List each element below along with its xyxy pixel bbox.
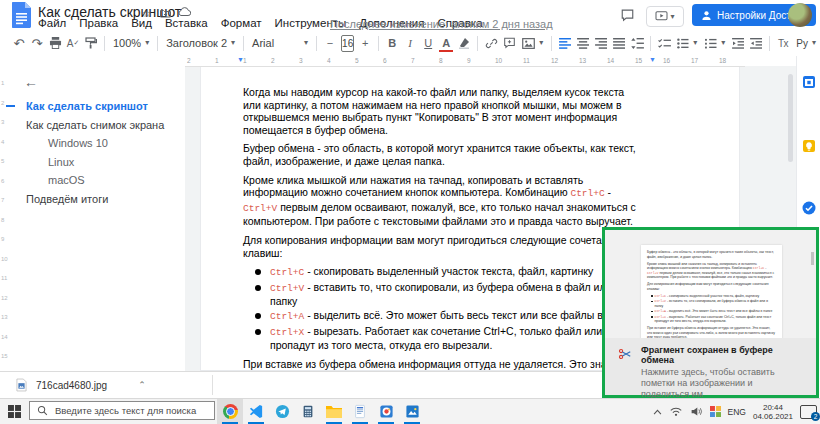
taskbar-app-calculator[interactable] xyxy=(295,399,321,424)
outline-item[interactable]: Windows 10 xyxy=(48,137,181,149)
action-center-icon[interactable]: 2 xyxy=(800,405,817,419)
doc-bullet-list: Ctrl+C - скопировать выделенный участок … xyxy=(243,265,641,352)
bullet-dot xyxy=(651,301,653,303)
network-icon[interactable] xyxy=(669,406,683,417)
taskbar-app-photos[interactable] xyxy=(399,399,425,424)
comments-icon[interactable] xyxy=(620,8,635,22)
doc-paragraph: Когда мы наводим курсор на какой-то файл… xyxy=(243,86,641,136)
spellcheck-button[interactable]: A✓ xyxy=(64,33,82,53)
google-calendar-icon[interactable] xyxy=(801,74,817,90)
line-spacing-button[interactable] xyxy=(628,33,646,53)
show-hidden-icons[interactable] xyxy=(653,409,662,415)
vertical-scrollbar-thumb[interactable] xyxy=(788,74,793,162)
ruler-number: 12 xyxy=(1,295,11,301)
document-text: Когда мы наводим курсор на какой-то файл… xyxy=(243,86,641,371)
doc-paragraph: Буфер обмена - это область, в которой мо… xyxy=(647,250,776,259)
last-edit-link[interactable]: Последнее изменение: аноним 2 дня назад xyxy=(330,18,553,30)
redo-button[interactable]: ↷ xyxy=(28,33,46,53)
insert-link-button[interactable] xyxy=(482,33,500,53)
menu-item-file[interactable]: Файл xyxy=(38,17,66,29)
ruler-number: 5 xyxy=(1,158,11,164)
download-options-icon[interactable]: ⌃ xyxy=(138,380,146,390)
clock-time: 20:44 xyxy=(753,403,793,412)
volume-icon[interactable] xyxy=(690,406,703,417)
zoom-select[interactable]: 100%▾ xyxy=(109,33,153,53)
highlight-color-button[interactable] xyxy=(455,33,473,53)
ruler-number: 12 xyxy=(551,57,558,64)
checklist-button[interactable] xyxy=(655,33,673,53)
align-center-button[interactable] xyxy=(574,33,592,53)
person-icon xyxy=(701,10,712,21)
insert-image-button[interactable]: ▾ xyxy=(518,33,547,53)
account-avatar[interactable] xyxy=(788,3,812,27)
paint-format-button[interactable] xyxy=(82,33,100,53)
doc-bullet-item: Ctrl+X - вырезать. Работает как сочетани… xyxy=(243,325,641,352)
menu-item-insert[interactable]: Вставка xyxy=(165,17,208,29)
font-size-increase-button[interactable]: + xyxy=(356,33,374,53)
font-size-decrease-button[interactable]: − xyxy=(321,33,339,53)
google-docs-logo[interactable] xyxy=(12,2,32,28)
outline-item[interactable]: Как сделать скриншот xyxy=(26,100,181,112)
right-indent-marker[interactable]: ▼ xyxy=(649,56,656,64)
menu-item-edit[interactable]: Правка xyxy=(79,17,118,29)
outline-item[interactable]: macOS xyxy=(48,174,181,186)
ruler-number: 17 xyxy=(691,57,698,64)
bulleted-list-button[interactable]: ▾ xyxy=(673,33,701,53)
download-item[interactable]: 716cad4680.jpg ⌃ xyxy=(10,372,152,398)
download-bar-divider xyxy=(212,375,213,395)
menu-item-view[interactable]: Вид xyxy=(131,17,152,29)
google-keep-icon[interactable] xyxy=(801,138,817,154)
text-color-button[interactable]: A xyxy=(437,33,455,53)
doc-paragraph: Кроме клика мышкой или нажатия на тачпад… xyxy=(243,174,641,228)
underline-button[interactable]: U xyxy=(419,33,437,53)
taskbar-clock[interactable]: 20:44 04.06.2021 xyxy=(753,403,793,421)
ruler-number: 10 xyxy=(495,57,502,64)
doc-paragraph: Кроме клика мышкой или нажатия на тачпад… xyxy=(647,262,776,280)
ruler-number: 6 xyxy=(1,178,11,184)
doc-bullet-item: Ctrl+V - вставить то, что скопировали, и… xyxy=(243,281,641,308)
google-tasks-icon[interactable] xyxy=(801,200,817,216)
cloud-status-icon[interactable] xyxy=(178,7,191,16)
taskbar-app-media[interactable] xyxy=(373,399,399,424)
undo-button[interactable]: ↶ xyxy=(10,33,28,53)
taskbar-search-input[interactable]: Введите здесь текст для поиска xyxy=(29,401,215,420)
font-size-input[interactable]: 16 xyxy=(341,35,354,52)
increase-indent-button[interactable] xyxy=(747,33,765,53)
align-left-button[interactable] xyxy=(556,33,574,53)
styles-select[interactable]: Заголовок 2▾ xyxy=(162,33,239,53)
align-right-button[interactable] xyxy=(592,33,610,53)
clear-formatting-button[interactable]: Тх xyxy=(774,33,792,53)
present-button[interactable]: ▾ xyxy=(646,6,684,27)
decrease-indent-button[interactable] xyxy=(729,33,747,53)
align-justify-button[interactable] xyxy=(610,33,628,53)
print-button[interactable] xyxy=(46,33,64,53)
language-indicator[interactable]: ENG xyxy=(728,407,746,417)
numbered-list-button[interactable]: ▾ xyxy=(701,33,729,53)
toast-subtitle: Нажмите здесь, чтобы оставить пометки на… xyxy=(641,367,793,400)
ruler-number: 11 xyxy=(523,57,530,64)
snip-thumbnail[interactable]: Буфер обмена - это область, в которой мо… xyxy=(641,245,782,339)
language-keyboard-icon[interactable] xyxy=(710,406,721,417)
toast-title: Фрагмент сохранен в буфере обмена xyxy=(641,345,804,365)
outline-item[interactable]: Подведём итоги xyxy=(26,193,181,205)
snip-notification-toast[interactable]: Фрагмент сохранен в буфере обмена Нажмит… xyxy=(605,338,816,395)
taskbar-app-telegram[interactable] xyxy=(269,399,295,424)
start-button[interactable] xyxy=(0,399,29,424)
taskbar-app-vscode[interactable] xyxy=(243,399,269,424)
toast-scroll-hint xyxy=(811,252,814,265)
taskbar-app-writer[interactable] xyxy=(347,399,373,424)
italic-button[interactable]: I xyxy=(401,33,419,53)
taskbar-app-explorer[interactable] xyxy=(321,399,347,424)
close-outline-icon[interactable]: ← xyxy=(24,74,38,90)
outline-item[interactable]: Linux xyxy=(48,156,181,168)
bullet-dot xyxy=(255,313,261,319)
input-tools-button[interactable]: Ру▾ xyxy=(792,33,820,53)
ruler-number: 15 xyxy=(1,353,11,359)
taskbar-app-chrome[interactable] xyxy=(217,399,243,424)
menu-item-format[interactable]: Формат xyxy=(221,17,262,29)
app-header: Как сделать скриншот ☆ ФайлПравкаВидВста… xyxy=(0,0,820,30)
bold-button[interactable]: B xyxy=(383,33,401,53)
add-comment-button[interactable] xyxy=(500,33,518,53)
font-select[interactable]: Arial▾ xyxy=(248,33,312,53)
outline-item[interactable]: Как сделать снимок экрана xyxy=(26,119,181,131)
